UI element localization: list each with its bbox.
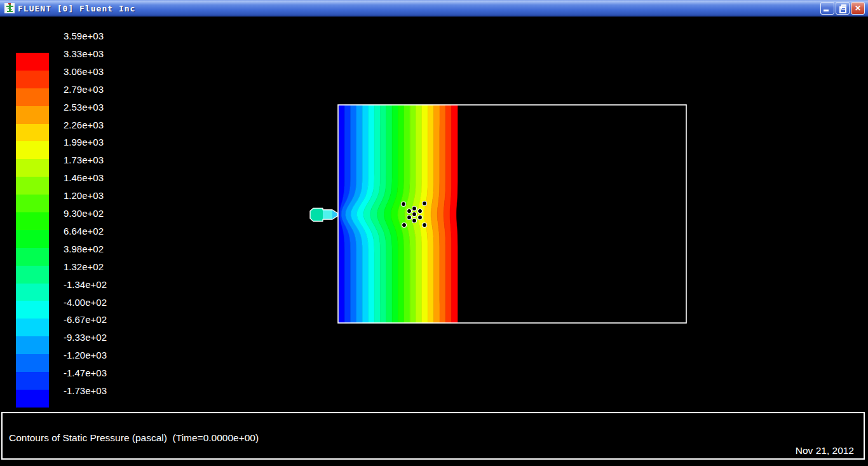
legend-swatch: [16, 284, 49, 301]
legend-tick-label: 3.59e+03: [64, 31, 104, 42]
legend-tick-label: 2.53e+03: [64, 102, 104, 113]
legend-tick-label: -4.00e+02: [64, 297, 107, 308]
legend-swatch: [16, 301, 49, 319]
window-controls: [819, 2, 865, 15]
minimize-button[interactable]: [820, 2, 834, 15]
legend-swatch: [16, 106, 49, 124]
legend-swatch: [16, 212, 49, 230]
legend-swatch: [16, 177, 49, 195]
legend-swatch: [16, 354, 49, 372]
legend-tick-label: 3.06e+03: [64, 66, 104, 78]
legend-swatch: [16, 195, 49, 212]
graphics-canvas[interactable]: 3.59e+033.33e+033.06e+032.79e+032.53e+03…: [0, 17, 868, 466]
legend-tick-label: 1.32e+02: [64, 261, 104, 273]
caption-box: Contours of Static Pressure (pascal) (Ti…: [1, 412, 865, 460]
legend-tick-label: -1.20e+03: [64, 350, 107, 361]
legend-tick-label: -1.47e+03: [64, 367, 107, 379]
legend-tick-label: 9.30e+02: [64, 208, 104, 219]
legend-tick-label: -1.34e+02: [64, 279, 107, 291]
legend-tick-label: 2.79e+03: [64, 84, 104, 95]
restore-button[interactable]: [836, 2, 850, 15]
legend-swatch: [16, 266, 49, 284]
caption-date: Nov 21, 2012: [658, 444, 854, 457]
legend-tick-label: 1.73e+03: [64, 154, 104, 166]
legend-swatch: [16, 53, 49, 71]
close-button[interactable]: [851, 2, 865, 15]
legend-tick-label: -6.67e+02: [64, 314, 107, 326]
legend-tick-label: -1.73e+03: [64, 385, 107, 397]
legend-swatch: [16, 372, 49, 390]
legend-tick-label: 1.99e+03: [64, 137, 104, 148]
legend-swatch: [16, 230, 49, 248]
legend-tick-label: 1.46e+03: [64, 172, 104, 184]
colorbar-legend: [16, 53, 49, 408]
legend-swatch: [16, 248, 49, 266]
window-title: FLUENT [0] Fluent Inc: [18, 4, 135, 13]
legend-swatch: [16, 159, 49, 177]
legend-tick-label: 3.33e+03: [64, 48, 104, 60]
legend-swatch: [16, 124, 49, 142]
legend-tick-label: 1.20e+03: [64, 190, 104, 202]
legend-swatch: [16, 88, 49, 106]
legend-tick-label: 3.98e+02: [64, 243, 104, 255]
fluent-logo-icon: [4, 3, 15, 13]
caption-meta: Nov 21, 2012 FLUENT 6.2 (2d, segregated,…: [658, 419, 854, 466]
caption-title: Contours of Static Pressure (pascal) (Ti…: [9, 432, 259, 444]
legend-swatch: [16, 390, 49, 408]
legend-tick-label: 2.26e+03: [64, 120, 104, 131]
legend-tick-label: -9.33e+02: [64, 332, 107, 343]
legend-swatch: [16, 336, 49, 354]
legend-swatch: [16, 71, 49, 88]
legend-tick-label: 6.64e+02: [64, 226, 104, 237]
titlebar[interactable]: FLUENT [0] Fluent Inc: [0, 0, 868, 17]
legend-swatch: [16, 319, 49, 336]
legend-swatch: [16, 141, 49, 159]
